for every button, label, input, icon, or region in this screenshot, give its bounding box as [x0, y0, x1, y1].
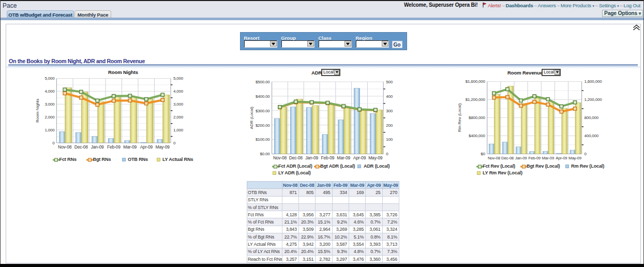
svg-text:800,000: 800,000 [585, 115, 599, 120]
svg-text:Nov-08: Nov-08 [488, 156, 500, 160]
svg-text:100: 100 [386, 137, 393, 142]
svg-text:2,000: 2,000 [44, 115, 55, 120]
svg-text:$300.00: $300.00 [256, 109, 270, 113]
svg-text:5,000: 5,000 [173, 76, 184, 81]
svg-text:500: 500 [386, 80, 393, 84]
svg-text:$200.00: $200.00 [256, 123, 270, 128]
svg-text:Feb-09: Feb-09 [321, 155, 335, 160]
svg-text:Mar-09: Mar-09 [542, 156, 555, 160]
svg-text:Apr-09: Apr-09 [140, 144, 153, 150]
svg-text:Room Nights: Room Nights [35, 99, 40, 123]
svg-text:200: 200 [386, 123, 393, 128]
svg-text:$1,200,000: $1,200,000 [466, 97, 486, 102]
svg-text:4,000: 4,000 [173, 89, 184, 94]
svg-text:Mar-09: Mar-09 [337, 155, 350, 160]
svg-text:$800,000: $800,000 [469, 115, 486, 120]
svg-text:0: 0 [173, 141, 176, 145]
svg-text:Jan-09: Jan-09 [515, 156, 527, 160]
svg-text:Feb-09: Feb-09 [528, 156, 541, 160]
svg-text:Apr-09: Apr-09 [556, 156, 567, 160]
svg-text:Mar-09: Mar-09 [123, 144, 137, 150]
svg-text:$0: $0 [481, 152, 485, 156]
svg-text:May-09: May-09 [568, 156, 581, 160]
svg-text:400,000: 400,000 [585, 134, 599, 138]
svg-text:$500.00: $500.00 [256, 80, 270, 84]
svg-text:$1,600,000: $1,600,000 [466, 79, 486, 84]
svg-text:1,200,000: 1,200,000 [585, 97, 603, 102]
svg-text:$0.00: $0.00 [260, 152, 271, 156]
svg-text:400: 400 [386, 94, 393, 99]
svg-text:$100.00: $100.00 [256, 137, 270, 142]
svg-text:Rm Rev (Local): Rm Rev (Local) [457, 103, 462, 132]
svg-text:5,000: 5,000 [44, 76, 55, 81]
svg-text:0: 0 [386, 152, 388, 156]
svg-text:1,000: 1,000 [44, 128, 55, 132]
svg-text:0: 0 [585, 152, 587, 156]
svg-text:3,000: 3,000 [173, 102, 184, 107]
svg-text:Dec-08: Dec-08 [501, 156, 514, 160]
svg-text:1,600,000: 1,600,000 [585, 79, 603, 84]
svg-text:0: 0 [52, 141, 55, 145]
svg-text:Jan-09: Jan-09 [91, 144, 104, 150]
svg-text:Dec-08: Dec-08 [289, 155, 303, 160]
svg-text:Dec-08: Dec-08 [74, 144, 88, 150]
svg-text:Nov-08: Nov-08 [58, 144, 72, 150]
svg-text:$400.00: $400.00 [256, 94, 270, 99]
svg-text:300: 300 [386, 109, 393, 113]
svg-text:3,000: 3,000 [44, 102, 55, 107]
svg-text:May-09: May-09 [156, 144, 170, 150]
svg-text:Jan-09: Jan-09 [305, 155, 318, 160]
svg-text:Nov-08: Nov-08 [273, 155, 287, 160]
svg-text:ADR (Local): ADR (Local) [249, 107, 254, 129]
svg-text:Apr-09: Apr-09 [353, 155, 366, 160]
svg-text:May-09: May-09 [368, 155, 383, 160]
svg-text:Feb-09: Feb-09 [107, 144, 121, 150]
svg-text:4,000: 4,000 [44, 89, 55, 94]
svg-text:1,000: 1,000 [173, 128, 184, 132]
svg-text:2,000: 2,000 [173, 115, 184, 120]
svg-text:$400,000: $400,000 [469, 134, 486, 138]
